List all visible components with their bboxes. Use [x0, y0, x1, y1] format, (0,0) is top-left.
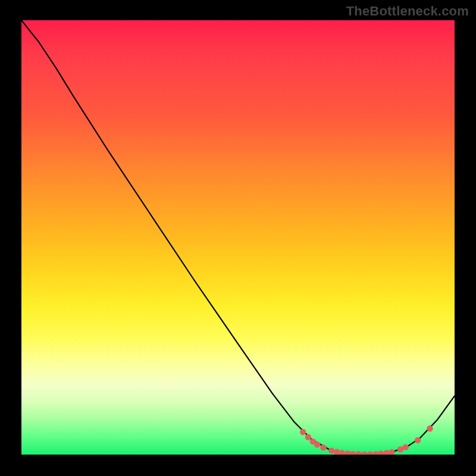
- watermark-text: TheBottleneck.com: [346, 4, 469, 19]
- chart-frame: TheBottleneck.com: [0, 0, 476, 476]
- highlight-point: [350, 451, 356, 455]
- highlight-point: [305, 434, 311, 440]
- highlight-point: [314, 441, 320, 447]
- highlight-point: [367, 451, 373, 455]
- curve-line: [21, 20, 455, 455]
- highlight-point: [415, 437, 421, 443]
- highlight-point: [339, 450, 345, 455]
- highlight-point: [361, 451, 367, 455]
- highlight-point: [300, 429, 306, 435]
- highlight-point: [320, 444, 326, 450]
- highlight-point: [378, 450, 384, 455]
- highlight-point: [389, 449, 394, 455]
- chart-svg: [21, 20, 455, 455]
- highlight-points: [300, 425, 433, 455]
- highlight-point: [328, 447, 334, 453]
- highlight-point: [403, 444, 409, 450]
- plot-area: [21, 20, 455, 455]
- highlight-point: [334, 449, 340, 455]
- highlight-point: [355, 451, 361, 455]
- highlight-point: [427, 425, 433, 431]
